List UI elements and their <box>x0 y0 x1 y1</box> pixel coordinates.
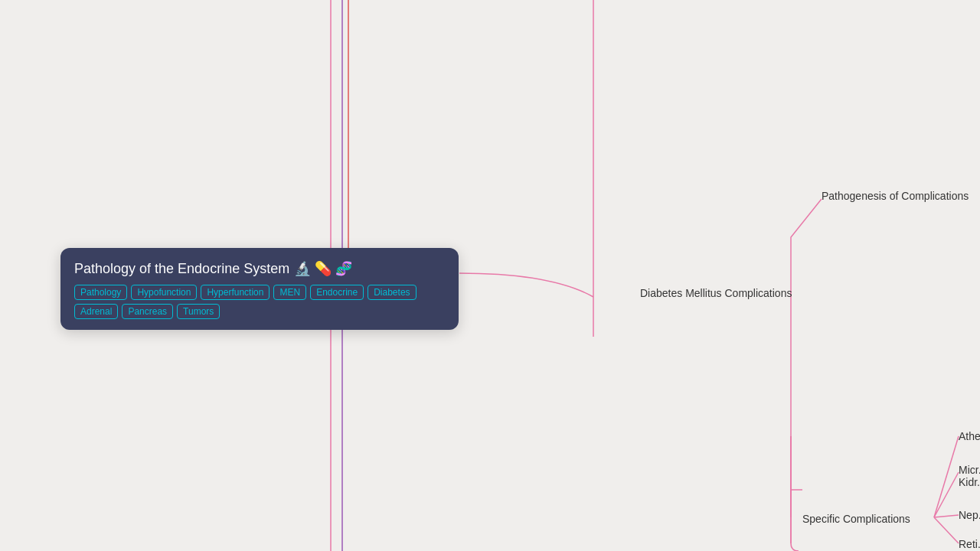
micro-kidney-node: Micr...Kidr... <box>959 464 980 488</box>
specific-complications-node[interactable]: Specific Complications <box>802 513 910 525</box>
mindmap-canvas: Pathology of the Endocrine System 🔬 💊 🧬 … <box>0 0 980 551</box>
tag-adrenal[interactable]: Adrenal <box>74 304 118 319</box>
tag-pathology[interactable]: Pathology <box>74 285 127 300</box>
central-node-title-text: Pathology of the Endocrine System <box>74 261 289 277</box>
tag-pancreas[interactable]: Pancreas <box>122 304 173 319</box>
tag-hypofunction[interactable]: Hypofunction <box>131 285 197 300</box>
tag-diabetes[interactable]: Diabetes <box>368 285 416 300</box>
tags-container: Pathology Hypofunction Hyperfunction MEN… <box>74 285 445 319</box>
tag-men[interactable]: MEN <box>273 285 306 300</box>
central-node[interactable]: Pathology of the Endocrine System 🔬 💊 🧬 … <box>60 248 459 330</box>
tag-endocrine[interactable]: Endocrine <box>310 285 364 300</box>
tag-hyperfunction[interactable]: Hyperfunction <box>201 285 270 300</box>
atherosclerosis-node: Athe... <box>959 430 980 442</box>
tag-tumors[interactable]: Tumors <box>177 304 220 319</box>
diabetes-mellitus-complications-node[interactable]: Diabetes Mellitus Complications <box>640 287 792 299</box>
retinopathy-node: Reti... <box>959 538 980 550</box>
pathogenesis-of-complications-node[interactable]: Pathogenesis of Complications <box>822 190 969 202</box>
nephropathy-node: Nep... <box>959 509 980 521</box>
central-node-icons: 🔬 💊 🧬 <box>294 260 352 277</box>
central-node-title: Pathology of the Endocrine System 🔬 💊 🧬 <box>74 260 445 277</box>
